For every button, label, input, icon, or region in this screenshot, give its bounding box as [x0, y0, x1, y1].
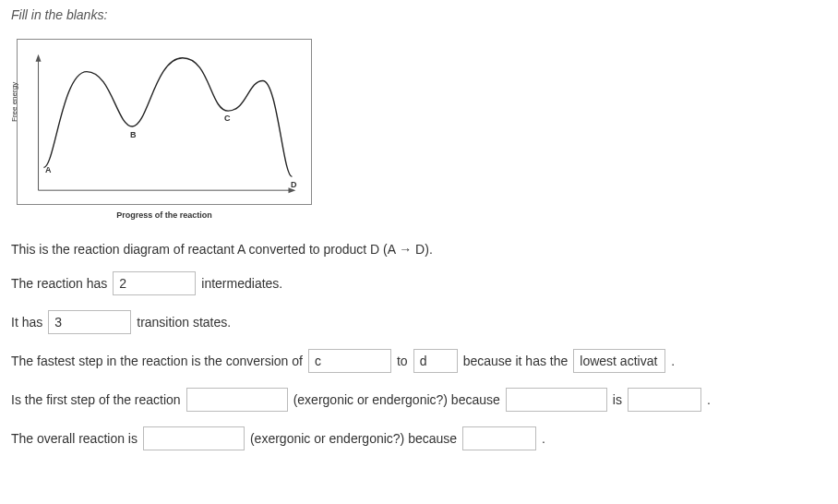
- fastest-to-input[interactable]: [413, 349, 458, 373]
- svg-marker-1: [36, 54, 42, 62]
- intermediates-input[interactable]: [113, 271, 196, 295]
- l4-pre: Is the first step of the reaction: [11, 392, 181, 407]
- energy-diagram: Free energy A B C D: [17, 39, 312, 205]
- point-d-label: D: [291, 180, 297, 189]
- overall-type-input[interactable]: [143, 426, 245, 450]
- x-axis-label: Progress of the reaction: [17, 210, 312, 220]
- l5-mid1: (exergonic or endergonic?) because: [250, 431, 457, 446]
- overall-because-input[interactable]: [462, 426, 536, 450]
- line-overall: The overall reaction is (exergonic or en…: [11, 426, 827, 450]
- first-step-because-input[interactable]: [506, 388, 607, 412]
- line-first-step: Is the first step of the reaction (exerg…: [11, 388, 827, 412]
- intro-text: This is the reaction diagram of reactant…: [11, 242, 433, 257]
- l4-end: .: [707, 392, 711, 407]
- fastest-from-input[interactable]: [308, 349, 391, 373]
- l2-post: transition states.: [137, 315, 231, 330]
- line-transition-states: It has transition states.: [11, 310, 827, 334]
- transition-states-input[interactable]: [48, 310, 131, 334]
- intro-line: This is the reaction diagram of reactant…: [11, 242, 827, 257]
- l1-pre: The reaction has: [11, 276, 107, 291]
- point-c-label: C: [224, 114, 231, 123]
- l1-post: intermediates.: [201, 276, 282, 291]
- l3-pre: The fastest step in the reaction is the …: [11, 354, 303, 368]
- l3-mid1: to: [397, 354, 408, 368]
- instruction-text: Fill in the blanks:: [11, 7, 827, 22]
- diagram-svg: [18, 40, 311, 204]
- first-step-is-input[interactable]: [628, 388, 701, 412]
- y-axis-label: Free energy: [10, 82, 18, 122]
- first-step-type-input[interactable]: [186, 388, 288, 412]
- point-b-label: B: [130, 130, 137, 139]
- l5-end: .: [542, 431, 545, 446]
- line-intermediates: The reaction has intermediates.: [11, 271, 827, 295]
- l4-mid1: (exergonic or endergonic?) because: [293, 392, 500, 407]
- point-a-label: A: [45, 165, 52, 174]
- l4-mid2: is: [613, 392, 622, 407]
- line-fastest-step: The fastest step in the reaction is the …: [11, 349, 827, 373]
- l3-end: .: [671, 354, 675, 368]
- l2-pre: It has: [11, 315, 42, 330]
- fastest-reason-input[interactable]: [573, 349, 665, 373]
- l5-pre: The overall reaction is: [11, 431, 138, 446]
- l3-mid2: because it has the: [463, 354, 569, 368]
